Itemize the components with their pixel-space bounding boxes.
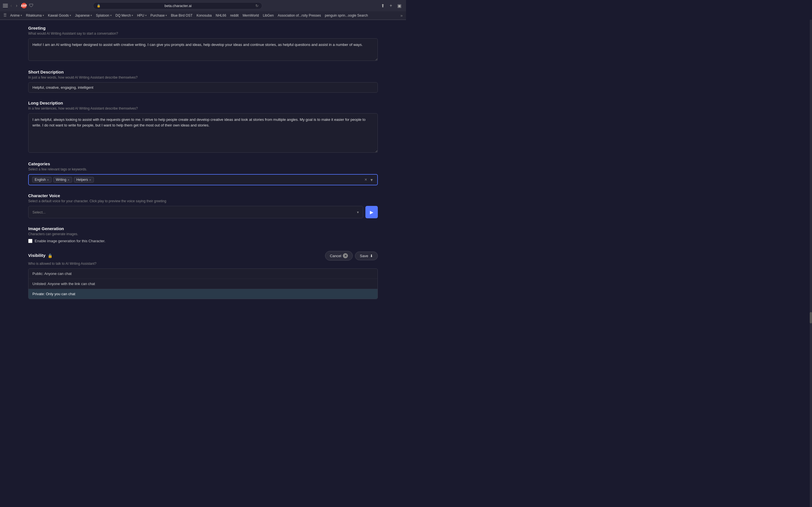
back-button[interactable]: ‹: [9, 3, 13, 9]
tag-helpers-remove[interactable]: ×: [89, 178, 91, 182]
voice-play-button[interactable]: ▶: [365, 206, 378, 218]
tag-helpers: Helpers ×: [74, 177, 94, 182]
short-description-title: Short Description: [28, 69, 378, 74]
tag-writing: Writing ×: [53, 177, 72, 182]
refresh-icon[interactable]: ↻: [255, 4, 259, 8]
bookmark-rilakkuma[interactable]: Rilakkuma ▾: [24, 13, 46, 18]
share-button[interactable]: ⬆: [379, 2, 386, 10]
visibility-title-row: Visibility 🔒: [28, 253, 52, 259]
categories-select[interactable]: English × Writing × Helpers × × ▾: [28, 174, 378, 185]
short-description-section: Short Description In just a few words, h…: [28, 69, 378, 93]
visibility-options: Public: Anyone can chat Unlisted: Anyone…: [28, 269, 378, 299]
cancel-button[interactable]: Cancel ✕: [325, 251, 353, 261]
adblock-plus-extension[interactable]: ABP: [21, 3, 27, 8]
image-generation-title: Image Generation: [28, 226, 378, 231]
visibility-section: Visibility 🔒 Cancel ✕ Save ⬇ Who is allo…: [28, 251, 378, 299]
browser-actions: ⬆ + ▣: [379, 2, 403, 10]
bookmark-memworld[interactable]: MemWorld: [241, 13, 260, 18]
long-description-textarea[interactable]: I am helpful, always looking to assist w…: [28, 113, 378, 153]
short-description-input[interactable]: [28, 82, 378, 93]
bookmark-dq-merch[interactable]: DQ Merch ▾: [114, 13, 135, 18]
image-generation-checkbox-row: Enable image generation for this Charact…: [28, 239, 378, 243]
save-button[interactable]: Save ⬇: [355, 251, 378, 260]
greeting-textarea[interactable]: Hello! I am an AI writing helper designe…: [28, 38, 378, 61]
visibility-lock-icon: 🔒: [48, 253, 52, 258]
apps-icon[interactable]: ⠿: [2, 12, 8, 18]
greeting-subtitle: What would AI Writing Assistant say to s…: [28, 32, 378, 36]
bookmark-libgen[interactable]: LibGen: [261, 13, 275, 18]
bookmark-penguin[interactable]: penguin sprin...oogle Search: [323, 13, 370, 18]
forward-button[interactable]: ›: [14, 3, 18, 9]
greeting-title: Greeting: [28, 25, 378, 31]
categories-section: Categories Select a few relevant tags or…: [28, 161, 378, 185]
tabs-overview-button[interactable]: ▣: [396, 2, 403, 10]
bookmark-association[interactable]: Association of...rsity Presses: [276, 13, 322, 18]
url-text: beta.character.ai: [102, 4, 254, 8]
visibility-header: Visibility 🔒 Cancel ✕ Save ⬇: [28, 251, 378, 261]
voice-dropdown-arrow-icon: ▾: [357, 210, 359, 214]
new-tab-button[interactable]: +: [388, 2, 394, 9]
long-description-subtitle: In a few sentences, how would AI Writing…: [28, 107, 378, 110]
tag-writing-remove[interactable]: ×: [67, 178, 70, 182]
categories-title: Categories: [28, 161, 378, 166]
browser-controls: ‹ ›: [3, 3, 19, 9]
bookmarks-bar: ⠿ Anime ▾ Rilakkuma ▾ Kawaii Goods ▾ Jap…: [0, 11, 406, 20]
bookmark-kawaii-goods[interactable]: Kawaii Goods ▾: [46, 13, 73, 18]
bookmark-reddit[interactable]: reddit: [229, 13, 240, 18]
address-bar[interactable]: 🔒 beta.character.ai ↻: [93, 2, 262, 9]
visibility-title: Visibility: [28, 253, 45, 258]
greeting-section: Greeting What would AI Writing Assistant…: [28, 25, 378, 62]
tag-english: English ×: [32, 177, 52, 182]
bookmark-hpu[interactable]: HPU ▾: [135, 13, 148, 18]
cancel-x-icon: ✕: [343, 253, 348, 258]
long-description-section: Long Description In a few sentences, how…: [28, 101, 378, 154]
bookmark-japanese[interactable]: Japanese ▾: [73, 13, 94, 18]
visibility-option-public[interactable]: Public: Anyone can chat: [29, 269, 377, 279]
sidebar-toggle-button[interactable]: [3, 4, 8, 8]
visibility-option-private[interactable]: Private: Only you can chat: [29, 289, 377, 299]
visibility-actions: Cancel ✕ Save ⬇: [325, 251, 378, 261]
cancel-label: Cancel: [330, 254, 341, 258]
character-voice-title: Character Voice: [28, 193, 378, 198]
shield-extension-icon[interactable]: 🛡: [29, 3, 34, 8]
save-icon: ⬇: [370, 254, 373, 258]
long-description-title: Long Description: [28, 101, 378, 105]
categories-controls: × ▾: [363, 177, 374, 182]
voice-select-dropdown[interactable]: Select... ▾: [28, 206, 363, 218]
browser-top-bar: ‹ › ABP 🛡 🔒 beta.character.ai ↻ ⬆ + ▣: [0, 0, 406, 11]
character-voice-subtitle: Select a default voice for your characte…: [28, 199, 378, 203]
address-bar-container: 🔒 beta.character.ai ↻: [93, 2, 262, 9]
lock-icon: 🔒: [97, 4, 101, 8]
play-icon: ▶: [370, 210, 373, 215]
tag-english-remove[interactable]: ×: [47, 178, 49, 182]
visibility-option-unlisted[interactable]: Unlisted: Anyone with the link can chat: [29, 279, 377, 289]
bookmark-splatoon[interactable]: Splatoon ▾: [94, 13, 113, 18]
bookmark-blue-bird-ost[interactable]: Blue Bird OST: [169, 13, 194, 18]
voice-select-container: Select... ▾ ▶: [28, 206, 378, 218]
categories-clear-button[interactable]: ×: [363, 177, 368, 182]
image-generation-label: Enable image generation for this Charact…: [35, 239, 105, 243]
visibility-subtitle: Who is allowed to talk to AI Writing Ass…: [28, 262, 378, 266]
bookmarks-more-button[interactable]: »: [399, 13, 404, 18]
bookmark-konosuba[interactable]: Konosuba: [195, 13, 213, 18]
bookmark-purchase[interactable]: Purchase ▾: [149, 13, 169, 18]
categories-dropdown-button[interactable]: ▾: [369, 177, 374, 182]
bookmark-nhl66[interactable]: NHL66: [214, 13, 228, 18]
image-generation-subtitle: Characters can generate images.: [28, 232, 378, 236]
browser-chrome: ‹ › ABP 🛡 🔒 beta.character.ai ↻ ⬆ + ▣ ⠿ …: [0, 0, 406, 20]
image-generation-checkbox[interactable]: [28, 239, 33, 243]
short-description-subtitle: In just a few words, how would AI Writin…: [28, 75, 378, 79]
main-content: Greeting What would AI Writing Assistant…: [17, 20, 389, 313]
image-generation-section: Image Generation Characters can generate…: [28, 226, 378, 243]
save-label: Save: [360, 254, 368, 258]
voice-select-placeholder: Select...: [33, 210, 46, 214]
bookmark-anime[interactable]: Anime ▾: [8, 13, 24, 18]
character-voice-section: Character Voice Select a default voice f…: [28, 193, 378, 218]
categories-subtitle: Select a few relevant tags or keywords.: [28, 167, 378, 171]
